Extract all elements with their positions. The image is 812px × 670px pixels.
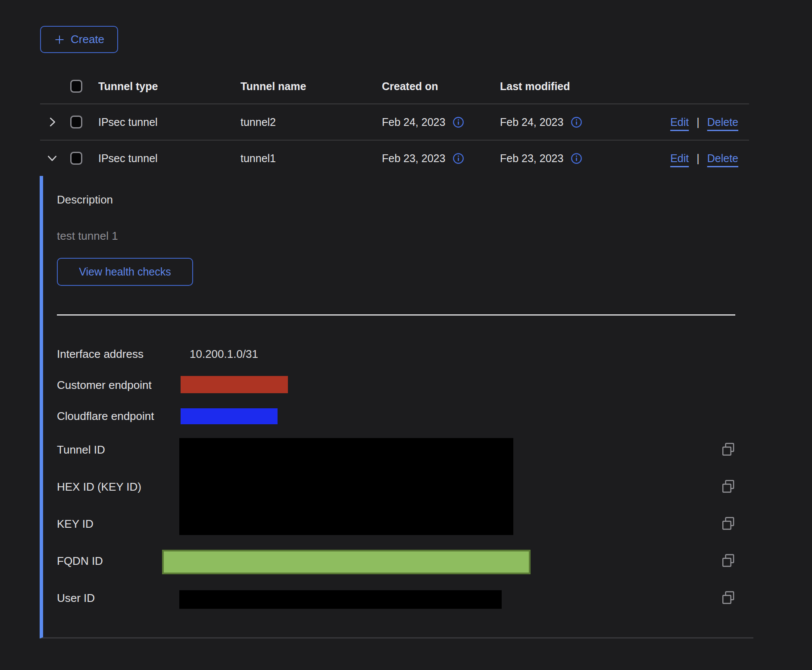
table-header-row: Tunnel type Tunnel name Created on Last … <box>40 65 749 104</box>
cell-actions: Edit | Delete <box>653 152 749 165</box>
tunnel-id-label: Tunnel ID <box>57 443 105 456</box>
action-separator: | <box>696 116 700 128</box>
view-health-checks-button[interactable]: View health checks <box>57 258 193 286</box>
header-created-on: Created on <box>382 80 500 93</box>
last-modified-value: Feb 24, 2023 <box>500 116 563 128</box>
description-text: test tunnel 1 <box>57 229 118 243</box>
copy-key-id-button[interactable] <box>721 516 736 531</box>
description-heading: Description <box>57 193 113 207</box>
user-id-label: User ID <box>57 592 95 604</box>
customer-endpoint-label: Customer endpoint <box>57 379 152 391</box>
section-divider <box>57 314 735 316</box>
info-icon[interactable] <box>571 153 582 164</box>
copy-hex-id-button[interactable] <box>721 479 736 494</box>
header-last-modified: Last modified <box>500 80 653 93</box>
created-on-value: Feb 24, 2023 <box>382 116 445 128</box>
cell-created-on: Feb 24, 2023 <box>382 116 500 128</box>
header-tunnel-type: Tunnel type <box>98 80 240 93</box>
interface-address-label: Interface address <box>57 348 144 360</box>
key-id-label: KEY ID <box>57 517 94 530</box>
copy-tunnel-id-button[interactable] <box>721 441 736 457</box>
view-health-checks-label: View health checks <box>79 266 171 278</box>
info-icon[interactable] <box>571 116 582 128</box>
cell-tunnel-name: tunnel2 <box>240 116 382 128</box>
user-id-redacted-value <box>179 590 502 609</box>
table-row: IPsec tunnel tunnel2 Feb 24, 2023 Feb 24… <box>40 104 749 141</box>
fqdn-id-label: FQDN ID <box>57 554 103 567</box>
cell-tunnel-type: IPsec tunnel <box>98 152 240 165</box>
copy-icon <box>721 442 736 457</box>
info-icon[interactable] <box>453 116 464 128</box>
chevron-down-icon <box>46 152 59 165</box>
copy-icon <box>721 516 736 531</box>
copy-fqdn-id-button[interactable] <box>721 553 736 568</box>
cloudflare-endpoint-redacted-value <box>181 408 278 424</box>
cell-tunnel-type: IPsec tunnel <box>98 116 240 128</box>
last-modified-value: Feb 23, 2023 <box>500 152 563 165</box>
table-row: IPsec tunnel tunnel1 Feb 23, 2023 Feb 23… <box>40 141 749 176</box>
copy-icon <box>721 553 736 568</box>
fqdn-id-redacted-value <box>162 550 531 574</box>
row-checkbox[interactable] <box>70 152 82 165</box>
info-icon[interactable] <box>453 153 464 164</box>
cloudflare-endpoint-label: Cloudflare endpoint <box>57 410 154 423</box>
cell-last-modified: Feb 23, 2023 <box>500 152 653 165</box>
tunnels-page: Create Tunnel type Tunnel name Created o… <box>0 0 812 670</box>
copy-icon <box>721 590 736 605</box>
cell-tunnel-name: tunnel1 <box>240 152 382 165</box>
cell-actions: Edit | Delete <box>653 116 749 128</box>
create-button-label: Create <box>71 33 104 46</box>
copy-icon <box>721 479 736 494</box>
row-expand-toggle[interactable] <box>40 116 70 128</box>
edit-link[interactable]: Edit <box>670 116 689 128</box>
copy-user-id-button[interactable] <box>721 590 736 605</box>
chevron-right-icon <box>46 116 59 128</box>
edit-link[interactable]: Edit <box>670 152 689 165</box>
create-button[interactable]: Create <box>40 26 118 53</box>
customer-endpoint-redacted-value <box>181 376 288 393</box>
tunnel-detail-panel: Description test tunnel 1 View health ch… <box>40 176 753 639</box>
row-collapse-toggle[interactable] <box>40 152 70 165</box>
created-on-value: Feb 23, 2023 <box>382 152 445 165</box>
plus-icon <box>54 34 65 45</box>
interface-address-value: 10.200.1.0/31 <box>190 348 258 360</box>
select-all-checkbox[interactable] <box>70 80 82 93</box>
action-separator: | <box>696 152 700 165</box>
cell-created-on: Feb 23, 2023 <box>382 152 500 165</box>
row-checkbox[interactable] <box>70 116 82 128</box>
tunnel-hex-key-id-redacted-value <box>179 438 513 535</box>
delete-link[interactable]: Delete <box>707 116 738 128</box>
header-tunnel-name: Tunnel name <box>240 80 382 93</box>
tunnels-table: Tunnel type Tunnel name Created on Last … <box>40 65 749 176</box>
hex-id-label: HEX ID (KEY ID) <box>57 480 141 493</box>
cell-last-modified: Feb 24, 2023 <box>500 116 653 128</box>
delete-link[interactable]: Delete <box>707 152 738 165</box>
